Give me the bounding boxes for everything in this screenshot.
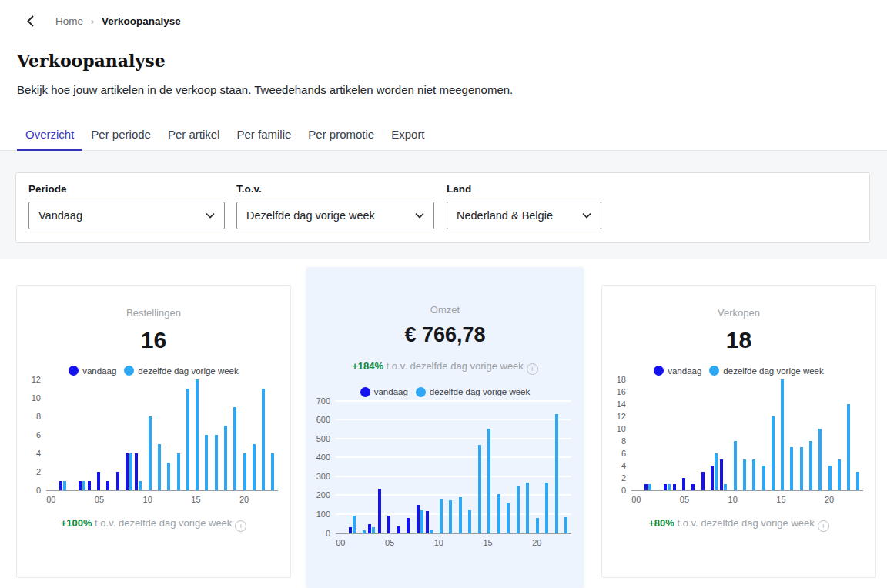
chevron-left-icon (27, 15, 34, 27)
legend-lastweek-label: dezelfde dag vorige week (430, 387, 530, 396)
land-selected-value: Nederland & België (457, 209, 553, 222)
breadcrumb-home-link[interactable]: Home (55, 15, 83, 27)
tab-per-promotie[interactable]: Per promotie (300, 123, 383, 152)
card-title: Omzet (306, 304, 584, 316)
chart-legend: vandaag dezelfde dag vorige week (602, 366, 875, 376)
page-description: Bekijk hoe jouw artikelen in de verkoop … (17, 83, 513, 96)
card-title: Bestellingen (17, 307, 290, 319)
chart-legend: vandaag dezelfde dag vorige week (306, 387, 584, 397)
delta-line: +100% t.o.v. dezelfde dag vorige week (17, 517, 290, 532)
tab-export[interactable]: Export (383, 123, 433, 152)
legend-today-dot-icon (360, 387, 370, 397)
omzet-card: Omzet € 766,78 +184% t.o.v. dezelfde dag… (306, 267, 584, 588)
tab-overzicht[interactable]: Overzicht (17, 123, 82, 152)
chevron-down-icon (206, 212, 215, 219)
periode-selected-value: Vandaag (38, 209, 82, 222)
legend-lastweek-dot-icon (709, 366, 719, 376)
land-select[interactable]: Nederland & België (447, 202, 601, 229)
delta-line: +80% t.o.v. dezelfde dag vorige week (602, 517, 875, 532)
legend-today-label: vandaag (668, 366, 701, 376)
sales-analysis-page: Home › Verkoopanalyse Verkoopanalyse Bek… (0, 0, 887, 588)
chevron-down-icon (582, 212, 591, 219)
tov-selected-value: Dezelfde dag vorige week (246, 209, 375, 222)
legend-lastweek-dot-icon (124, 366, 134, 376)
delta-suffix: t.o.v. dezelfde dag vorige week (95, 517, 232, 529)
delta-percentage: +184% (352, 360, 383, 372)
land-label: Land (447, 183, 601, 195)
bestellingen-card: Bestellingen 16 vandaag dezelfde dag vor… (16, 285, 291, 578)
tov-label: T.o.v. (236, 183, 434, 195)
legend-lastweek-dot-icon (416, 387, 426, 397)
legend-today-label: vandaag (82, 366, 116, 376)
legend-today-label: vandaag (374, 387, 408, 396)
delta-line: +184% t.o.v. dezelfde dag vorige week (306, 360, 584, 375)
filter-card: Periode Vandaag T.o.v. Dezelfde dag vori… (15, 172, 870, 243)
info-icon[interactable] (235, 520, 246, 532)
legend-lastweek-label: dezelfde dag vorige week (138, 366, 238, 376)
chart-legend: vandaag dezelfde dag vorige week (17, 366, 290, 376)
tab-per-artikel[interactable]: Per artikel (159, 123, 229, 152)
omzet-chart: 01002003004005006007000005101520 (306, 401, 584, 548)
bestellingen-value: 16 (17, 328, 290, 352)
legend-today-dot-icon (69, 366, 79, 376)
delta-suffix: t.o.v. dezelfde dag vorige week (387, 360, 524, 372)
page-title: Verkoopanalyse (17, 51, 166, 71)
omzet-value: € 766,78 (306, 323, 584, 346)
back-button[interactable] (27, 15, 34, 27)
legend-lastweek-label: dezelfde dag vorige week (723, 366, 823, 376)
breadcrumb-separator-icon: › (91, 16, 94, 27)
tov-select[interactable]: Dezelfde dag vorige week (236, 202, 434, 229)
verkopen-chart: 0246810121416180005101520 (602, 379, 875, 505)
periode-select[interactable]: Vandaag (28, 202, 225, 229)
info-icon[interactable] (527, 363, 538, 375)
periode-label: Periode (28, 183, 225, 195)
delta-suffix: t.o.v. dezelfde dag vorige week (677, 517, 814, 529)
bestellingen-chart: 0246810120005101520 (17, 379, 290, 505)
chevron-down-icon (415, 212, 424, 219)
legend-today-dot-icon (654, 366, 664, 376)
tab-per-periode[interactable]: Per periode (82, 123, 159, 152)
filter-section: Periode Vandaag T.o.v. Dezelfde dag vori… (0, 151, 887, 259)
verkopen-value: 18 (602, 328, 875, 352)
card-title: Verkopen (602, 307, 875, 319)
verkopen-card: Verkopen 18 vandaag dezelfde dag vorige … (601, 285, 876, 578)
delta-percentage: +100% (61, 517, 92, 529)
breadcrumb: Home › Verkoopanalyse (27, 15, 181, 27)
tab-bar: Overzicht Per periode Per artikel Per fa… (17, 123, 433, 152)
tab-per-familie[interactable]: Per familie (228, 123, 300, 152)
breadcrumb-current: Verkoopanalyse (102, 15, 181, 27)
info-icon[interactable] (818, 520, 829, 532)
delta-percentage: +80% (648, 517, 674, 529)
